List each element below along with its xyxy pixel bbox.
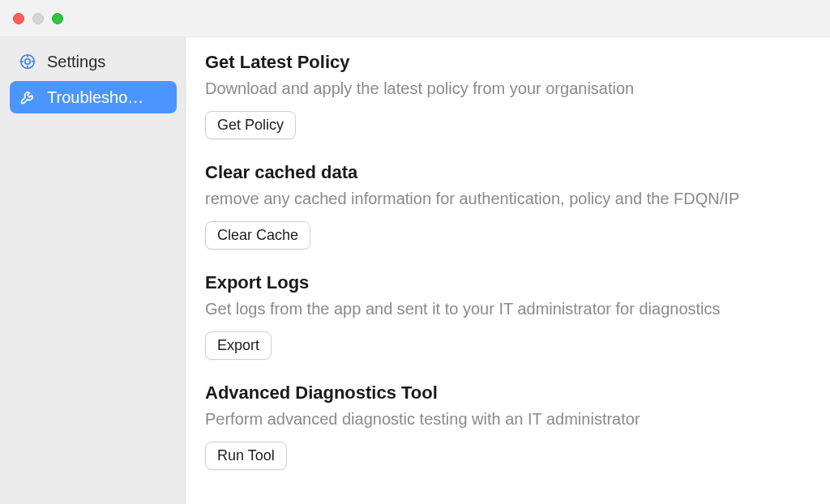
zoom-window-button[interactable]: [52, 13, 63, 24]
window-body: Settings Troublesho… Get Latest Policy D…: [0, 37, 830, 504]
section-description: Get logs from the app and sent it to you…: [205, 298, 811, 320]
section-export-logs: Export Logs Get logs from the app and se…: [205, 272, 811, 360]
section-description: Download and apply the latest policy fro…: [205, 78, 811, 100]
app-window: Settings Troublesho… Get Latest Policy D…: [0, 0, 830, 504]
minimize-window-button[interactable]: [32, 13, 44, 24]
section-title: Clear cached data: [205, 162, 811, 183]
clear-cache-button[interactable]: Clear Cache: [205, 221, 310, 250]
section-clear-cached-data: Clear cached data remove any cached info…: [205, 162, 811, 250]
svg-point-1: [25, 59, 30, 64]
sidebar: Settings Troublesho…: [0, 37, 185, 504]
sidebar-item-troubleshooting[interactable]: Troublesho…: [10, 81, 177, 113]
close-window-button[interactable]: [13, 13, 24, 24]
section-title: Get Latest Policy: [205, 52, 811, 73]
section-description: Perform advanced diagnostic testing with…: [205, 408, 811, 430]
run-tool-button[interactable]: Run Tool: [205, 442, 287, 470]
get-policy-button[interactable]: Get Policy: [205, 111, 296, 139]
traffic-lights: [13, 13, 63, 24]
section-title: Export Logs: [205, 272, 811, 293]
content-pane: Get Latest Policy Download and apply the…: [185, 37, 830, 504]
wrench-icon: [18, 88, 37, 107]
sidebar-item-label: Settings: [47, 53, 169, 71]
section-get-latest-policy: Get Latest Policy Download and apply the…: [205, 52, 811, 139]
section-advanced-diagnostics: Advanced Diagnostics Tool Perform advanc…: [205, 382, 811, 470]
sidebar-item-settings[interactable]: Settings: [10, 45, 177, 78]
titlebar: [0, 0, 830, 37]
export-button[interactable]: Export: [205, 331, 272, 360]
sidebar-item-label: Troublesho…: [47, 88, 169, 107]
gear-icon: [18, 52, 37, 71]
section-description: remove any cached information for authen…: [205, 188, 811, 210]
section-title: Advanced Diagnostics Tool: [205, 382, 811, 404]
